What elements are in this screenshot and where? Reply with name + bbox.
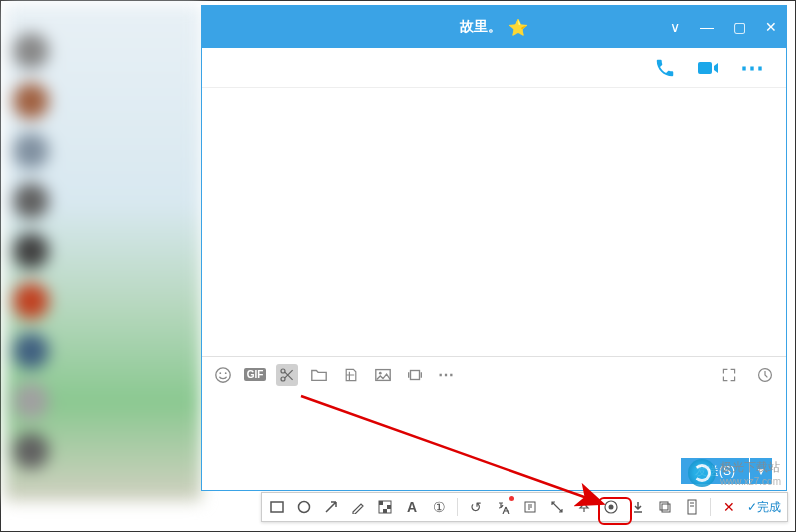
screenshot-scissors-icon[interactable] bbox=[276, 364, 298, 386]
image-icon[interactable] bbox=[372, 364, 394, 386]
svg-point-7 bbox=[379, 371, 382, 374]
text-tool-icon[interactable]: A bbox=[403, 498, 421, 516]
screenshot-annotation-toolbar: A ① ↺ ✕ ✓完成 bbox=[261, 492, 788, 522]
minimize-icon[interactable]: — bbox=[698, 18, 716, 36]
separator bbox=[457, 498, 458, 516]
tencent-docs-icon[interactable] bbox=[340, 364, 362, 386]
call-toolbar: ⋯ bbox=[202, 48, 786, 88]
watermark-text-group: 极光下载站 www.xz7.com bbox=[720, 459, 781, 487]
rect-tool-icon[interactable] bbox=[268, 498, 286, 516]
pin-icon[interactable] bbox=[575, 498, 593, 516]
more-tools-icon[interactable]: ⋯ bbox=[436, 364, 458, 386]
mosaic-tool-icon[interactable] bbox=[376, 498, 394, 516]
copy-icon[interactable] bbox=[656, 498, 674, 516]
favorite-star-icon[interactable]: ⭐ bbox=[508, 18, 528, 37]
svg-point-1 bbox=[216, 367, 230, 381]
expand-icon[interactable] bbox=[718, 364, 740, 386]
svg-rect-14 bbox=[387, 505, 391, 509]
folder-icon[interactable] bbox=[308, 364, 330, 386]
svg-point-2 bbox=[219, 372, 221, 374]
title-bar: 故里。 ⭐ ∨ — ▢ ✕ bbox=[202, 6, 786, 48]
maximize-icon[interactable]: ▢ bbox=[730, 18, 748, 36]
svg-point-11 bbox=[299, 502, 310, 513]
cancel-icon[interactable]: ✕ bbox=[720, 498, 738, 516]
svg-point-18 bbox=[609, 505, 614, 510]
circle-tool-icon[interactable] bbox=[295, 498, 313, 516]
svg-rect-10 bbox=[271, 502, 283, 512]
message-display-area bbox=[202, 88, 786, 356]
watermark-text: 极光下载站 bbox=[720, 459, 781, 476]
svg-rect-21 bbox=[688, 500, 696, 514]
separator bbox=[710, 498, 711, 516]
video-call-icon[interactable] bbox=[696, 58, 720, 78]
watermark: 极光下载站 www.xz7.com bbox=[688, 459, 781, 487]
window-controls: ∨ — ▢ ✕ bbox=[666, 6, 780, 48]
brush-tool-icon[interactable] bbox=[349, 498, 367, 516]
history-icon[interactable] bbox=[754, 364, 776, 386]
ocr-extract-icon[interactable] bbox=[521, 498, 539, 516]
shake-window-icon[interactable] bbox=[404, 364, 426, 386]
app-frame: 故里。 ⭐ ∨ — ▢ ✕ ⋯ GIF bbox=[0, 0, 796, 532]
emoji-icon[interactable] bbox=[212, 364, 234, 386]
svg-rect-8 bbox=[411, 370, 420, 379]
more-options-icon[interactable]: ⋯ bbox=[740, 54, 766, 82]
chat-window: 故里。 ⭐ ∨ — ▢ ✕ ⋯ GIF bbox=[201, 5, 787, 491]
toolbar-right-group bbox=[718, 364, 776, 386]
done-button[interactable]: ✓完成 bbox=[747, 498, 781, 516]
undo-icon[interactable]: ↺ bbox=[467, 498, 485, 516]
gif-icon[interactable]: GIF bbox=[244, 364, 266, 386]
input-toolbar: GIF ⋯ bbox=[202, 356, 786, 392]
long-screenshot-icon[interactable] bbox=[683, 498, 701, 516]
svg-rect-19 bbox=[660, 502, 668, 510]
crop-expand-icon[interactable] bbox=[548, 498, 566, 516]
text-input-area[interactable] bbox=[202, 392, 786, 452]
number-tool-icon[interactable]: ① bbox=[430, 498, 448, 516]
dropdown-icon[interactable]: ∨ bbox=[666, 18, 684, 36]
phone-call-icon[interactable] bbox=[654, 57, 676, 79]
svg-rect-20 bbox=[662, 504, 670, 512]
record-icon[interactable] bbox=[602, 498, 620, 516]
svg-rect-13 bbox=[379, 501, 383, 505]
translate-icon[interactable] bbox=[494, 498, 512, 516]
contact-sidebar-blurred bbox=[5, 5, 201, 501]
watermark-url: www.xz7.com bbox=[720, 476, 781, 487]
svg-rect-15 bbox=[383, 509, 387, 513]
arrow-tool-icon[interactable] bbox=[322, 498, 340, 516]
chat-title: 故里。 bbox=[460, 18, 502, 36]
svg-point-3 bbox=[225, 372, 227, 374]
download-icon[interactable] bbox=[629, 498, 647, 516]
close-icon[interactable]: ✕ bbox=[762, 18, 780, 36]
svg-rect-0 bbox=[698, 62, 712, 74]
watermark-logo-icon bbox=[688, 459, 716, 487]
